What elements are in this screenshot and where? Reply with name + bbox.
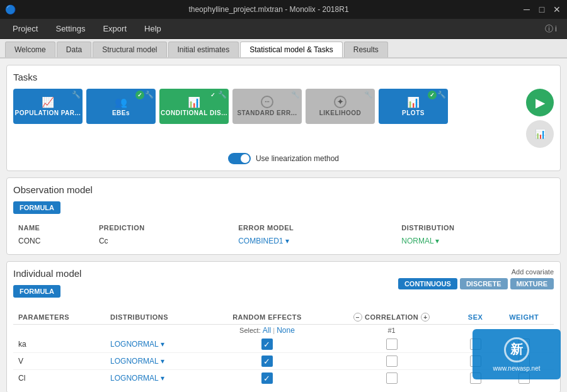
ebes-icon: 👥 (115, 96, 127, 108)
standard-err-label: STANDARD ERR... (237, 109, 297, 117)
obs-col-distribution: DISTRIBUTION (396, 221, 554, 234)
watermark-icon: 新 (504, 337, 529, 362)
likelihood-label: LIKELIHOOD (319, 109, 362, 117)
tab-data[interactable]: Data (57, 42, 91, 57)
obs-col-error-model: ERROR MODEL (233, 221, 396, 234)
tab-statistical-model[interactable]: Statistical model & Tasks (240, 42, 343, 57)
task-likelihood[interactable]: ✦ LIKELIHOOD 🔧 (306, 89, 375, 124)
menu-project[interactable]: Project (5, 21, 45, 36)
add-covariate-label: Add covariate (398, 268, 554, 276)
help-indicator: ⓘ i (540, 21, 563, 37)
random-effect-v-checkbox[interactable]: ✓ (261, 356, 273, 367)
linearization-row: Use linearization method (13, 153, 554, 164)
random-effect-ka-checkbox[interactable]: ✓ (261, 339, 273, 350)
observation-model-section: Observation model FORMULA NAME PREDICTIO… (6, 177, 561, 255)
dist-v-dropdown[interactable]: LOGNORMAL ▾ (110, 357, 164, 366)
population-wrench-icon[interactable]: 🔧 (72, 91, 81, 99)
individual-model-title: Individual model (13, 268, 81, 279)
plots-check-icon: ✓ (428, 91, 437, 99)
select-all-link[interactable]: All (263, 326, 271, 335)
conditional-label: CONDITIONAL DIS... (161, 109, 227, 117)
corr-minus-btn[interactable]: − (353, 313, 362, 322)
linearization-label: Use linearization method (256, 154, 339, 163)
random-effect-cl-checkbox[interactable]: ✓ (261, 372, 273, 384)
obs-table-row: CONC Cc COMBINED1 ▾ NORMAL ▾ (13, 234, 554, 248)
task-plots[interactable]: ✓ 📊 PLOTS 🔧 (379, 89, 448, 124)
tasks-section: Tasks 📈 POPULATION PAR... 🔧 ✓ 👥 EBEs 🔧 (6, 65, 561, 171)
select-label: Select: (239, 327, 261, 334)
ind-col-parameters: PARAMETERS (13, 310, 105, 325)
tab-structural-model[interactable]: Structural model (93, 42, 166, 57)
tab-results[interactable]: Results (344, 42, 388, 57)
close-btn[interactable]: ✕ (552, 4, 562, 14)
ind-col-correlation: − CORRELATION + (326, 310, 456, 325)
population-icon: 📈 (42, 96, 54, 108)
covariate-buttons: CONTINUOUS DISCRETE MIXTURE (398, 278, 554, 289)
title-bar-title: theophylline_project.mlxtran - Monolix -… (16, 5, 522, 14)
task-conditional[interactable]: ✓ 📊 CONDITIONAL DIS... 🔧 (159, 89, 229, 124)
ind-col-distributions: DISTRIBUTIONS (105, 310, 207, 325)
obs-error-model-dropdown[interactable]: COMBINED1 ▾ (238, 237, 289, 245)
covariate-continuous-button[interactable]: CONTINUOUS (398, 278, 457, 289)
tab-welcome[interactable]: Welcome (5, 42, 55, 57)
standard-err-wrench-icon[interactable]: 🔧 (291, 91, 300, 99)
ebes-label: EBEs (112, 109, 130, 117)
tasks-title: Tasks (13, 72, 554, 82)
conditional-wrench-icon[interactable]: 🔧 (218, 91, 227, 99)
title-bar: 🔵 theophylline_project.mlxtran - Monolix… (0, 0, 567, 19)
tab-bar: Welcome Data Structural model Initial es… (0, 39, 567, 59)
menu-settings[interactable]: Settings (48, 21, 93, 36)
maximize-btn[interactable]: □ (537, 4, 547, 14)
menu-export[interactable]: Export (95, 21, 134, 36)
correlation-number: #1 (388, 327, 396, 334)
report-icon: 📊 (535, 129, 546, 139)
run-icon: ▶ (536, 95, 545, 110)
param-ka: ka (13, 336, 105, 353)
ind-col-sex: SEX (457, 310, 494, 325)
obs-col-name: NAME (13, 221, 94, 234)
corr-plus-btn[interactable]: + (421, 313, 430, 322)
select-none-link[interactable]: None (277, 326, 295, 335)
observation-formula-button[interactable]: FORMULA (13, 201, 60, 214)
correlation-v-checkbox[interactable] (386, 356, 398, 367)
run-report-button[interactable]: 📊 (526, 120, 554, 148)
ind-col-random-effects: RANDOM EFFECTS (208, 310, 327, 325)
observation-model-title: Observation model (13, 184, 554, 195)
individual-model-header: Individual model FORMULA Add covariate C… (13, 268, 554, 305)
correlation-cl-checkbox[interactable] (386, 372, 398, 384)
plots-wrench-icon[interactable]: 🔧 (437, 91, 446, 99)
individual-model-title-area: Individual model FORMULA (13, 268, 81, 305)
tab-initial-estimates[interactable]: Initial estimates (168, 42, 239, 57)
task-population[interactable]: 📈 POPULATION PAR... 🔧 (13, 89, 83, 124)
individual-formula-button[interactable]: FORMULA (13, 285, 60, 298)
minimize-btn[interactable]: ─ (522, 4, 532, 14)
obs-name-cell: CONC (13, 234, 94, 248)
task-ebes[interactable]: ✓ 👥 EBEs 🔧 (86, 89, 156, 124)
title-bar-icon: 🔵 (5, 4, 16, 14)
observation-table: NAME PREDICTION ERROR MODEL DISTRIBUTION… (13, 221, 554, 248)
covariate-mixture-button[interactable]: MIXTURE (510, 278, 554, 289)
covariate-discrete-button[interactable]: DISCRETE (460, 278, 508, 289)
param-cl: Cl (13, 370, 105, 387)
plots-label: PLOTS (402, 109, 425, 117)
dist-ka-dropdown[interactable]: LOGNORMAL ▾ (110, 340, 164, 349)
dist-cl-dropdown[interactable]: LOGNORMAL ▾ (110, 374, 164, 383)
ebes-wrench-icon[interactable]: 🔧 (145, 91, 154, 99)
correlation-label: CORRELATION (365, 313, 418, 321)
menu-help[interactable]: Help (137, 21, 169, 36)
correlation-ka-checkbox[interactable] (386, 339, 398, 350)
toggle-knob (241, 154, 249, 163)
obs-prediction-cell: Cc (94, 234, 233, 248)
linearization-toggle[interactable] (228, 153, 251, 164)
conditional-check-icon: ✓ (209, 91, 217, 99)
title-bar-controls: ─ □ ✕ (522, 4, 562, 14)
menu-bar: Project Settings Export Help ⓘ i (0, 19, 567, 39)
run-button[interactable]: ▶ (526, 89, 554, 116)
task-buttons-row: 📈 POPULATION PAR... 🔧 ✓ 👥 EBEs 🔧 ✓ 📊 CON… (13, 89, 522, 124)
add-covariate-area: Add covariate CONTINUOUS DISCRETE MIXTUR… (398, 268, 554, 289)
obs-distribution-dropdown[interactable]: NORMAL ▾ (401, 237, 439, 245)
param-v: V (13, 353, 105, 370)
likelihood-wrench-icon[interactable]: 🔧 (364, 91, 373, 99)
population-label: POPULATION PAR... (15, 109, 81, 117)
task-standard-err[interactable]: ··· STANDARD ERR... 🔧 (232, 89, 302, 124)
